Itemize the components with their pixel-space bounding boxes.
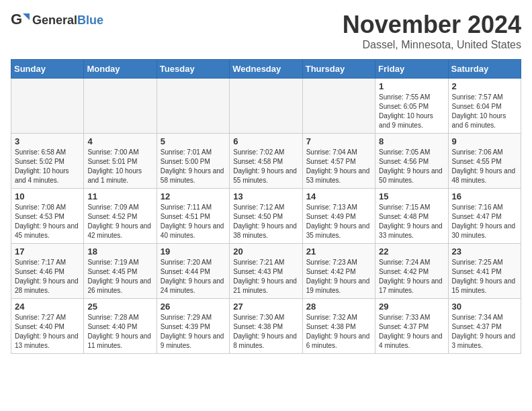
day-number: 19 [161, 246, 226, 257]
day-cell [230, 79, 302, 134]
day-info: Sunrise: 7:32 AM Sunset: 4:38 PM Dayligh… [306, 313, 371, 351]
day-info: Sunrise: 7:20 AM Sunset: 4:44 PM Dayligh… [161, 258, 226, 295]
header-row: SundayMondayTuesdayWednesdayThursdayFrid… [11, 60, 521, 79]
day-number: 25 [87, 302, 152, 312]
header-cell-saturday: Saturday [448, 60, 521, 79]
day-cell: 14Sunrise: 7:13 AM Sunset: 4:49 PM Dayli… [302, 189, 375, 244]
day-cell: 25Sunrise: 7:28 AM Sunset: 4:40 PM Dayli… [84, 299, 157, 354]
day-cell: 23Sunrise: 7:25 AM Sunset: 4:41 PM Dayli… [448, 244, 521, 299]
week-row-2: 10Sunrise: 7:08 AM Sunset: 4:53 PM Dayli… [11, 189, 521, 244]
day-cell: 11Sunrise: 7:09 AM Sunset: 4:52 PM Dayli… [84, 189, 157, 244]
day-info: Sunrise: 7:19 AM Sunset: 4:45 PM Dayligh… [87, 258, 152, 295]
week-row-1: 3Sunrise: 6:58 AM Sunset: 5:02 PM Daylig… [11, 134, 521, 189]
week-row-3: 17Sunrise: 7:17 AM Sunset: 4:46 PM Dayli… [11, 244, 521, 299]
day-number: 9 [452, 136, 517, 146]
day-number: 7 [306, 136, 371, 146]
calendar-body: 1Sunrise: 7:55 AM Sunset: 6:05 PM Daylig… [11, 79, 521, 354]
day-number: 8 [379, 136, 444, 146]
day-info: Sunrise: 7:00 AM Sunset: 5:01 PM Dayligh… [87, 148, 152, 185]
day-number: 1 [379, 81, 444, 91]
day-number: 24 [15, 302, 80, 312]
day-number: 17 [15, 246, 80, 257]
logo-icon: G [11, 11, 30, 30]
day-info: Sunrise: 7:28 AM Sunset: 4:40 PM Dayligh… [87, 313, 152, 351]
day-cell: 13Sunrise: 7:12 AM Sunset: 4:50 PM Dayli… [230, 189, 302, 244]
day-cell: 3Sunrise: 6:58 AM Sunset: 5:02 PM Daylig… [11, 134, 84, 189]
svg-marker-1 [23, 13, 30, 20]
day-cell: 2Sunrise: 7:57 AM Sunset: 6:04 PM Daylig… [448, 79, 521, 134]
day-info: Sunrise: 7:21 AM Sunset: 4:43 PM Dayligh… [233, 258, 298, 295]
day-info: Sunrise: 7:25 AM Sunset: 4:41 PM Dayligh… [452, 258, 517, 295]
day-number: 11 [87, 191, 152, 201]
day-info: Sunrise: 7:01 AM Sunset: 5:00 PM Dayligh… [161, 148, 226, 185]
day-cell: 5Sunrise: 7:01 AM Sunset: 5:00 PM Daylig… [157, 134, 229, 189]
day-info: Sunrise: 7:33 AM Sunset: 4:37 PM Dayligh… [379, 313, 444, 351]
day-cell: 10Sunrise: 7:08 AM Sunset: 4:53 PM Dayli… [11, 189, 84, 244]
day-cell: 29Sunrise: 7:33 AM Sunset: 4:37 PM Dayli… [375, 299, 448, 354]
day-cell [157, 79, 229, 134]
day-info: Sunrise: 7:57 AM Sunset: 6:04 PM Dayligh… [452, 93, 517, 130]
day-number: 5 [161, 136, 226, 146]
calendar-table: SundayMondayTuesdayWednesdayThursdayFrid… [11, 59, 521, 354]
day-cell [11, 79, 84, 134]
day-number: 26 [161, 302, 226, 312]
day-info: Sunrise: 7:23 AM Sunset: 4:42 PM Dayligh… [306, 258, 371, 295]
logo-text-blue: Blue [77, 13, 103, 27]
day-cell: 6Sunrise: 7:02 AM Sunset: 4:58 PM Daylig… [230, 134, 302, 189]
day-info: Sunrise: 7:09 AM Sunset: 4:52 PM Dayligh… [87, 203, 152, 240]
day-info: Sunrise: 7:13 AM Sunset: 4:49 PM Dayligh… [306, 203, 371, 240]
day-cell: 17Sunrise: 7:17 AM Sunset: 4:46 PM Dayli… [11, 244, 84, 299]
day-cell: 28Sunrise: 7:32 AM Sunset: 4:38 PM Dayli… [302, 299, 375, 354]
day-number: 22 [379, 246, 444, 257]
day-cell: 21Sunrise: 7:23 AM Sunset: 4:42 PM Dayli… [302, 244, 375, 299]
day-cell: 8Sunrise: 7:05 AM Sunset: 4:56 PM Daylig… [375, 134, 448, 189]
header-cell-thursday: Thursday [302, 60, 375, 79]
day-info: Sunrise: 6:58 AM Sunset: 5:02 PM Dayligh… [15, 148, 80, 185]
day-info: Sunrise: 7:24 AM Sunset: 4:42 PM Dayligh… [379, 258, 444, 295]
day-cell: 26Sunrise: 7:29 AM Sunset: 4:39 PM Dayli… [157, 299, 229, 354]
day-number: 18 [87, 246, 152, 257]
day-info: Sunrise: 7:15 AM Sunset: 4:48 PM Dayligh… [379, 203, 444, 240]
day-number: 13 [233, 191, 298, 201]
day-cell: 16Sunrise: 7:16 AM Sunset: 4:47 PM Dayli… [448, 189, 521, 244]
day-cell: 22Sunrise: 7:24 AM Sunset: 4:42 PM Dayli… [375, 244, 448, 299]
header-cell-wednesday: Wednesday [230, 60, 302, 79]
month-title: November 2024 [343, 11, 521, 39]
location-title: Dassel, Minnesota, United States [343, 39, 521, 51]
header-cell-tuesday: Tuesday [157, 60, 229, 79]
day-info: Sunrise: 7:27 AM Sunset: 4:40 PM Dayligh… [15, 313, 80, 351]
day-cell: 20Sunrise: 7:21 AM Sunset: 4:43 PM Dayli… [230, 244, 302, 299]
day-info: Sunrise: 7:29 AM Sunset: 4:39 PM Dayligh… [161, 313, 226, 351]
header: G GeneralBlue November 2024 Dassel, Minn… [11, 11, 521, 51]
day-number: 20 [233, 246, 298, 257]
calendar-header: SundayMondayTuesdayWednesdayThursdayFrid… [11, 60, 521, 79]
day-info: Sunrise: 7:05 AM Sunset: 4:56 PM Dayligh… [379, 148, 444, 185]
day-info: Sunrise: 7:12 AM Sunset: 4:50 PM Dayligh… [233, 203, 298, 240]
day-number: 30 [452, 302, 517, 312]
day-number: 3 [15, 136, 80, 146]
day-info: Sunrise: 7:08 AM Sunset: 4:53 PM Dayligh… [15, 203, 80, 240]
day-number: 6 [233, 136, 298, 146]
day-info: Sunrise: 7:34 AM Sunset: 4:37 PM Dayligh… [452, 313, 517, 351]
day-cell: 1Sunrise: 7:55 AM Sunset: 6:05 PM Daylig… [375, 79, 448, 134]
day-cell: 18Sunrise: 7:19 AM Sunset: 4:45 PM Dayli… [84, 244, 157, 299]
day-number: 15 [379, 191, 444, 201]
day-number: 21 [306, 246, 371, 257]
day-number: 27 [233, 302, 298, 312]
title-area: November 2024 Dassel, Minnesota, United … [343, 11, 521, 51]
svg-text:G: G [11, 11, 22, 28]
logo: G GeneralBlue [11, 11, 103, 30]
day-cell: 12Sunrise: 7:11 AM Sunset: 4:51 PM Dayli… [157, 189, 229, 244]
day-number: 10 [15, 191, 80, 201]
day-number: 29 [379, 302, 444, 312]
day-cell: 9Sunrise: 7:06 AM Sunset: 4:55 PM Daylig… [448, 134, 521, 189]
day-info: Sunrise: 7:55 AM Sunset: 6:05 PM Dayligh… [379, 93, 444, 130]
day-cell: 30Sunrise: 7:34 AM Sunset: 4:37 PM Dayli… [448, 299, 521, 354]
day-cell: 15Sunrise: 7:15 AM Sunset: 4:48 PM Dayli… [375, 189, 448, 244]
week-row-0: 1Sunrise: 7:55 AM Sunset: 6:05 PM Daylig… [11, 79, 521, 134]
logo-text-general: General [32, 13, 77, 27]
day-info: Sunrise: 7:17 AM Sunset: 4:46 PM Dayligh… [15, 258, 80, 295]
day-number: 16 [452, 191, 517, 201]
header-cell-friday: Friday [375, 60, 448, 79]
day-info: Sunrise: 7:02 AM Sunset: 4:58 PM Dayligh… [233, 148, 298, 185]
